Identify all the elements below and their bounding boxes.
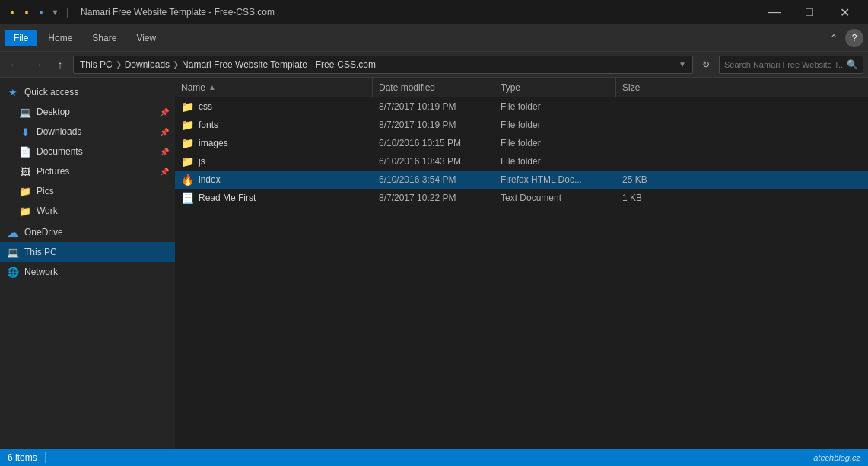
file-name-cell: 📁 images [175,134,373,152]
title-bar: ▪ ▪ ▪ ▼ | Namari Free Website Template -… [0,0,868,24]
quick-access-icon: ▪ [6,6,18,18]
file-name-cell: 📁 js [175,152,373,171]
file-name-label: js [199,156,205,167]
tab-file[interactable]: File [5,30,37,46]
path-downloads[interactable]: Downloads [125,59,170,70]
ribbon-collapse-icon[interactable]: ⌃ [825,30,842,46]
main-content: ★ Quick access 💻 Desktop 📌 ⬇ Downloads 📌… [0,78,868,449]
help-button[interactable]: ? [845,29,863,47]
table-row[interactable]: 📁 fonts 8/7/2017 10:19 PM File folder [175,116,868,134]
file-type-label: File folder [501,138,541,148]
sidebar-label-pics: Pics [37,186,169,196]
forward-button[interactable]: → [27,55,47,75]
sidebar-label-work: Work [37,206,169,216]
file-size-cell [616,134,692,152]
desktop-icon: 💻 [18,105,32,119]
file-date-cell: 6/10/2016 10:15 PM [373,134,494,152]
sidebar-item-network[interactable]: 🌐 Network [0,262,175,282]
sidebar-item-work[interactable]: 📁 Work [0,201,175,221]
file-date-cell: 6/10/2016 10:43 PM [373,152,494,171]
html-file-icon: 🔥 [181,174,194,186]
sidebar-item-desktop[interactable]: 💻 Desktop 📌 [0,102,175,122]
search-icon[interactable]: 🔍 [847,59,858,70]
file-name-label: images [199,138,228,148]
table-row[interactable]: 📁 js 6/10/2016 10:43 PM File folder [175,152,868,171]
window-controls: — □ ✕ [757,0,862,24]
sidebar-label-network: Network [24,267,169,277]
address-dropdown-icon[interactable]: ▼ [679,60,686,69]
file-type-label: File folder [501,120,541,130]
pics-folder-icon: 📁 [18,184,32,198]
refresh-button[interactable]: ↻ [696,55,716,75]
sidebar-label-desktop: Desktop [37,107,155,117]
minimize-button[interactable]: — [757,0,792,24]
search-input[interactable] [724,60,844,69]
maximize-button[interactable]: □ [792,0,827,24]
file-type-cell: Text Document [494,189,616,207]
file-type-label: Text Document [501,193,561,203]
col-header-name[interactable]: Name ▲ [175,78,373,97]
col-header-date[interactable]: Date modified [373,78,494,97]
file-type-label: Firefox HTML Doc... [501,174,582,185]
tab-view[interactable]: View [127,30,165,46]
file-date-cell: 6/10/2016 3:54 PM [373,171,494,189]
close-button[interactable]: ✕ [827,0,862,24]
file-name-cell: 📁 fonts [175,116,373,134]
back-button[interactable]: ← [5,55,24,75]
sidebar-item-this-pc[interactable]: 💻 This PC [0,242,175,262]
table-row[interactable]: 📁 images 6/10/2016 10:15 PM File folder [175,134,868,152]
table-row[interactable]: 📃 Read Me First 8/7/2017 10:22 PM Text D… [175,189,868,207]
sidebar-item-pictures[interactable]: 🖼 Pictures 📌 [0,161,175,181]
tab-home[interactable]: Home [39,30,81,46]
file-type-label: File folder [501,156,541,167]
table-row[interactable]: 🔥 index 6/10/2016 3:54 PM Firefox HTML D… [175,171,868,189]
path-arrow-2: ❯ [173,60,179,69]
file-date-label: 8/7/2017 10:22 PM [379,193,456,203]
search-box[interactable]: 🔍 [719,56,863,74]
file-list: 📁 css 8/7/2017 10:19 PM File folder 📁 fo… [175,97,868,449]
file-size-cell [616,152,692,171]
path-this-pc[interactable]: This PC [80,59,113,70]
sidebar-label-pictures: Pictures [37,166,155,177]
file-type-cell: File folder [494,152,616,171]
status-divider [45,452,46,463]
col-header-size[interactable]: Size [616,78,692,97]
ribbon-help-area: ⌃ ? [825,29,863,47]
file-area: Name ▲ Date modified Type Size 📁 css 8/7… [175,78,868,449]
sidebar-item-pics[interactable]: 📁 Pics [0,181,175,201]
file-date-label: 6/10/2016 10:15 PM [379,138,461,148]
address-path[interactable]: This PC ❯ Downloads ❯ Namari Free Websit… [73,56,693,74]
folder-icon: 📁 [181,119,194,131]
file-type-cell: File folder [494,97,616,116]
sidebar: ★ Quick access 💻 Desktop 📌 ⬇ Downloads 📌… [0,78,175,449]
file-name-label: css [199,101,212,112]
folder-icon: 📁 [181,101,194,113]
file-date-label: 8/7/2017 10:19 PM [379,120,456,130]
table-row[interactable]: 📁 css 8/7/2017 10:19 PM File folder [175,97,868,116]
quick-access-icon2: ▪ [21,6,33,18]
up-button[interactable]: ↑ [50,55,70,75]
sidebar-item-quick-access[interactable]: ★ Quick access [0,82,175,102]
file-list-header: Name ▲ Date modified Type Size [175,78,868,97]
path-current-folder: Namari Free Website Template - Free-CSS.… [182,59,376,70]
col-header-type[interactable]: Type [494,78,616,97]
tab-share[interactable]: Share [83,30,126,46]
sidebar-item-documents[interactable]: 📄 Documents 📌 [0,142,175,161]
file-name-cell: 📃 Read Me First [175,189,373,207]
txt-file-icon: 📃 [181,192,194,204]
item-count: 6 items [8,452,37,463]
status-bar: 6 items atechblog.cz [0,449,868,466]
sidebar-item-onedrive[interactable]: ☁ OneDrive [0,222,175,242]
onedrive-icon: ☁ [6,225,20,239]
folder-icon: 📁 [181,155,194,168]
sidebar-item-downloads[interactable]: ⬇ Downloads 📌 [0,122,175,142]
documents-icon: 📄 [18,145,32,158]
quick-access-icon3: ▪ [35,6,47,18]
file-type-cell: File folder [494,134,616,152]
file-type-cell: File folder [494,116,616,134]
file-date-label: 8/7/2017 10:19 PM [379,101,456,112]
ribbon: File Home Share View ⌃ ? [0,24,868,52]
quick-access-dropdown[interactable]: ▼ [51,8,59,17]
this-pc-icon: 💻 [6,245,20,259]
file-size-label: 25 KB [622,174,647,185]
